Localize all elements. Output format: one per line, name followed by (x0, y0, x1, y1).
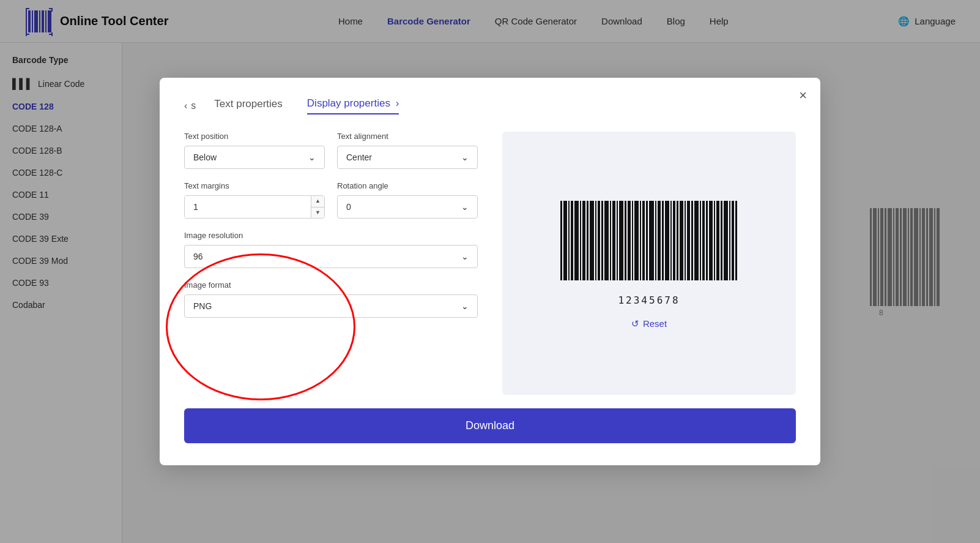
form-row-1: Text position Below ⌄ Text alignment Cen… (184, 132, 478, 169)
image-format-value: PNG (193, 301, 212, 311)
svg-rect-51 (617, 201, 618, 280)
barcode-number: 12345678 (618, 294, 680, 306)
reset-button[interactable]: ↺ Reset (631, 318, 667, 329)
barcode-preview-area: 12345678 ↺ Reset (502, 132, 796, 395)
svg-rect-81 (729, 201, 730, 280)
chevron-down-icon: ⌄ (461, 301, 469, 311)
image-resolution-select[interactable]: 96 ⌄ (184, 245, 478, 268)
svg-rect-40 (574, 201, 579, 280)
svg-rect-80 (724, 201, 728, 280)
svg-rect-57 (640, 201, 641, 280)
reset-label: Reset (643, 318, 667, 329)
rotation-angle-value: 0 (346, 202, 351, 212)
svg-rect-58 (642, 201, 645, 280)
tab-display-label: Display properties (307, 97, 390, 109)
modal-body: Text position Below ⌄ Text alignment Cen… (184, 132, 796, 395)
svg-rect-59 (646, 201, 648, 280)
form-group-image-resolution: Image resolution 96 ⌄ (184, 231, 478, 268)
svg-rect-78 (716, 201, 719, 280)
spin-up-button[interactable]: ▲ (311, 196, 324, 208)
chevron-down-icon: ⌄ (461, 202, 469, 212)
form-group-text-margins: Text margins ▲ ▼ (184, 181, 325, 219)
rotation-angle-select[interactable]: 0 ⌄ (337, 195, 478, 219)
svg-rect-53 (625, 201, 626, 280)
close-button[interactable]: × (799, 89, 807, 102)
svg-rect-37 (563, 201, 567, 280)
barcode-preview: 12345678 (560, 198, 738, 306)
text-position-value: Below (193, 152, 217, 162)
svg-rect-55 (632, 201, 633, 280)
text-alignment-label: Text alignment (337, 132, 478, 141)
svg-rect-67 (677, 201, 678, 280)
svg-rect-48 (604, 201, 609, 280)
svg-rect-56 (634, 201, 639, 280)
svg-rect-72 (694, 201, 699, 280)
svg-rect-61 (655, 201, 656, 280)
tab-prev-label: s (191, 100, 196, 111)
text-position-select[interactable]: Below ⌄ (184, 146, 325, 169)
svg-rect-83 (735, 201, 737, 280)
form-row-4: Image format PNG ⌄ (184, 280, 478, 318)
text-position-label: Text position (184, 132, 325, 141)
form-group-image-format: Image format PNG ⌄ (184, 280, 478, 318)
form-row-3: Image resolution 96 ⌄ (184, 231, 478, 268)
svg-rect-60 (649, 201, 654, 280)
text-margins-input[interactable]: ▲ ▼ (184, 195, 325, 219)
svg-rect-79 (721, 201, 722, 280)
svg-rect-36 (560, 201, 562, 280)
image-format-label: Image format (184, 280, 478, 290)
svg-rect-75 (706, 201, 708, 280)
spin-buttons: ▲ ▼ (311, 196, 324, 218)
svg-rect-70 (687, 201, 690, 280)
svg-rect-73 (700, 201, 701, 280)
svg-rect-49 (610, 201, 611, 280)
svg-rect-38 (568, 201, 570, 280)
svg-rect-50 (612, 201, 615, 280)
svg-rect-44 (590, 201, 594, 280)
svg-rect-39 (571, 201, 573, 280)
form-group-text-alignment: Text alignment Center ⌄ (337, 132, 478, 169)
modal-tabs: ‹ s Text properties Display properties › (184, 97, 796, 114)
rotation-angle-label: Rotation angle (337, 181, 478, 190)
modal-overlay: × ‹ s Text properties Display properties… (0, 0, 980, 543)
form-group-rotation: Rotation angle 0 ⌄ (337, 181, 478, 219)
modal-dialog: × ‹ s Text properties Display properties… (160, 78, 820, 465)
download-button[interactable]: Download (184, 408, 796, 443)
svg-rect-45 (595, 201, 596, 280)
svg-rect-42 (582, 201, 585, 280)
text-margins-label: Text margins (184, 181, 325, 190)
modal-form: Text position Below ⌄ Text alignment Cen… (184, 132, 478, 395)
image-format-select[interactable]: PNG ⌄ (184, 294, 478, 318)
svg-rect-64 (665, 201, 669, 280)
barcode-image (560, 198, 738, 290)
svg-rect-46 (598, 201, 600, 280)
image-resolution-label: Image resolution (184, 231, 478, 240)
svg-rect-77 (714, 201, 715, 280)
image-resolution-value: 96 (193, 252, 203, 261)
svg-rect-54 (628, 201, 631, 280)
tab-text-properties[interactable]: Text properties (214, 98, 283, 114)
text-alignment-select[interactable]: Center ⌄ (337, 146, 478, 169)
chevron-left-icon: ‹ (184, 100, 187, 111)
chevron-right-icon: › (396, 97, 399, 109)
chevron-down-icon: ⌄ (461, 152, 469, 162)
svg-rect-76 (709, 201, 713, 280)
svg-rect-69 (685, 201, 686, 280)
svg-rect-74 (702, 201, 705, 280)
svg-rect-63 (662, 201, 664, 280)
spin-down-button[interactable]: ▼ (311, 208, 324, 219)
chevron-down-icon: ⌄ (308, 152, 316, 162)
svg-rect-65 (670, 201, 672, 280)
svg-rect-52 (619, 201, 623, 280)
text-alignment-value: Center (346, 152, 372, 162)
svg-rect-71 (691, 201, 693, 280)
chevron-down-icon: ⌄ (461, 252, 469, 261)
svg-rect-82 (732, 201, 734, 280)
svg-rect-41 (580, 201, 581, 280)
form-row-2: Text margins ▲ ▼ Rotation angle 0 (184, 181, 478, 219)
svg-rect-47 (601, 201, 603, 280)
text-margins-field[interactable] (185, 196, 311, 218)
tab-prev[interactable]: ‹ s (184, 100, 196, 111)
tab-display-properties[interactable]: Display properties › (307, 97, 399, 114)
svg-rect-43 (587, 201, 588, 280)
